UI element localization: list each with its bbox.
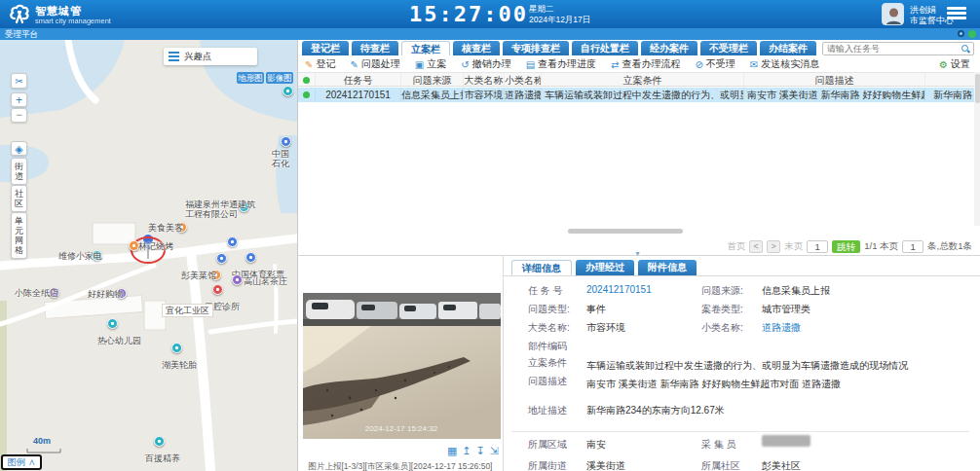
poi-marker-blue-1-marker[interactable] — [216, 253, 227, 264]
first-page-button[interactable]: 首页 — [727, 240, 745, 253]
settings-button[interactable]: ⚙设置 — [939, 57, 970, 71]
tab-case-filing[interactable]: 立案栏 — [401, 41, 450, 55]
tab-handled-cases[interactable]: 经办案件 — [641, 41, 697, 55]
case-type-label: 案卷类型: — [701, 304, 743, 314]
status-dot-icon[interactable] — [968, 30, 976, 38]
fullscreen-icon[interactable]: ⇲ — [490, 445, 499, 457]
reject-button[interactable]: ⊘不受理 — [695, 57, 735, 71]
zoom-out-button[interactable]: − — [11, 108, 27, 123]
poi-marker-blue-2-marker[interactable] — [227, 236, 238, 247]
view-flow-button[interactable]: ⇄查看办理流程 — [611, 57, 680, 71]
task-search-input[interactable] — [823, 44, 961, 54]
tab-self-disposal[interactable]: 自行处置栏 — [572, 41, 638, 55]
poi-sports-lottery-marker[interactable] — [245, 252, 256, 263]
row-condition: 车辆运输或装卸过程中发生遗撒的行为、或明显为车... — [542, 88, 744, 102]
poi-sinopec-marker[interactable] — [281, 136, 291, 147]
undo-icon: ↺ — [461, 59, 469, 70]
image-caption: 图片上报[1-3/3][市区采集员][2024-12-17 15:26:50] — [298, 461, 503, 471]
tab-verify[interactable]: 核查栏 — [453, 41, 500, 55]
minor-class-value[interactable]: 道路遗撒 — [762, 322, 801, 333]
col-major[interactable]: 大类名称 — [464, 73, 505, 86]
map-panel[interactable]: 中国石化福建泉州华通建筑 工程有限公司美食美客林记烧烤维修小家电中国体育彩票彭美… — [0, 40, 297, 471]
map-search-box[interactable]: 兴趣点 — [164, 48, 257, 65]
upload-icon[interactable]: ↥ — [462, 445, 471, 457]
jump-button[interactable]: 跳转 — [832, 240, 860, 253]
layer-unit-grid-button[interactable]: 单元网格 — [11, 212, 27, 259]
problem-handle-button[interactable]: ✎问题处理 — [350, 57, 399, 71]
layer-street-button[interactable]: 街道 — [11, 158, 27, 185]
top-header: 智慧城管 smart city management 15:27:00 星期二 … — [0, 0, 980, 28]
poi-xiaochen-paper-label: 小陈全纸店 — [15, 288, 58, 298]
row-task-no: 202412170151 — [316, 88, 401, 102]
register-button[interactable]: ✎登记 — [305, 57, 335, 71]
page-size-input[interactable] — [902, 240, 923, 253]
poi-dental-clinic-marker[interactable] — [212, 284, 223, 295]
tab-closed-cases[interactable]: 办结案件 — [760, 41, 816, 55]
task-no-value[interactable]: 202412170151 — [586, 284, 652, 295]
poi-menu-icon[interactable] — [169, 50, 179, 63]
layer-community-button[interactable]: 社区 — [11, 185, 27, 212]
poi-gaoshan-teahouse-marker[interactable] — [232, 274, 243, 285]
cancel-handle-button[interactable]: ↺撤销办理 — [461, 57, 510, 71]
row-road: 新华南路 — [925, 88, 980, 102]
search-icon[interactable] — [961, 45, 969, 53]
poi-rexin-kindergarten-label: 热心幼儿园 — [97, 336, 141, 345]
view-progress-button[interactable]: ▤查看办理进度 — [526, 57, 596, 71]
target-icon[interactable] — [958, 30, 964, 37]
status-column-header — [298, 73, 316, 86]
task-no-label: 任 务 号 — [528, 285, 563, 296]
horizontal-scrollbar[interactable] — [568, 229, 683, 234]
col-task-no[interactable]: 任务号 — [316, 73, 401, 86]
poi-rexin-kindergarten-marker[interactable] — [107, 318, 118, 329]
file-case-button[interactable]: ▣立案 — [415, 57, 446, 71]
terrain-map-button[interactable]: 地形图 — [237, 72, 264, 84]
prev-page-button[interactable]: < — [749, 240, 763, 253]
date-label: 2024年12月17日 — [529, 15, 590, 26]
imagery-map-button[interactable]: 影像图 — [266, 72, 293, 84]
report-photo[interactable]: 2024-12-17 15:24:32 — [303, 293, 501, 439]
table-row[interactable]: 202412170151 信息采集员上报 市容环境 道路遗撒 车辆运输或装卸过程… — [298, 88, 980, 102]
case-panel: 登记栏 待查栏 立案栏 核查栏 专项排查栏 自行处置栏 经办案件 不受理栏 办结… — [297, 40, 980, 471]
send-verify-message-button[interactable]: ✉发送核实消息 — [750, 57, 819, 71]
tab-handling-process[interactable]: 办理经过 — [576, 260, 634, 275]
tab-special-inspection[interactable]: 专项排查栏 — [503, 41, 569, 55]
community-value: 彭美社区 — [762, 460, 801, 471]
measure-tool-button[interactable]: ✂ — [11, 73, 27, 89]
poi-marker-teal-marker[interactable] — [283, 86, 293, 96]
sub-header: 受理平台 — [0, 28, 980, 40]
legend-toggle[interactable]: 图例 — [1, 454, 42, 470]
case-toolbar: ✎登记 ✎问题处理 ▣立案 ↺撤销办理 ▤查看办理进度 ⇄查看办理流程 ⊘不受理… — [305, 57, 819, 71]
source-label: 问题来源: — [701, 285, 743, 296]
next-page-button[interactable]: > — [767, 240, 780, 253]
description-value: 南安市 溪美街道 新华南路 好好购物生鲜超市对面 道路遗撒 — [586, 379, 841, 389]
tab-rejected[interactable]: 不受理栏 — [700, 41, 757, 55]
col-road[interactable] — [925, 73, 980, 86]
tab-register[interactable]: 登记栏 — [302, 41, 349, 55]
user-avatar[interactable] — [882, 3, 904, 25]
status-dot-icon — [303, 91, 310, 98]
image-toolbar: ▦ ↥ ↧ ⇲ — [447, 445, 499, 457]
zoom-in-button[interactable]: + — [11, 92, 27, 107]
collector-label: 采 集 员 — [701, 439, 736, 450]
page-number-input[interactable] — [807, 240, 828, 253]
tab-pending-check[interactable]: 待查栏 — [352, 41, 398, 55]
settings-area: ⚙设置 — [939, 57, 970, 71]
digital-clock: 15:27:00 — [409, 2, 528, 26]
poi-humei-tires-marker[interactable] — [171, 343, 182, 353]
vertical-scrollbar[interactable] — [974, 72, 980, 226]
last-page-button[interactable]: 末页 — [784, 240, 803, 253]
poi-baiyuan-marker[interactable] — [154, 436, 165, 447]
col-minor[interactable]: 小类名称 — [505, 73, 542, 86]
col-source[interactable]: 问题来源 — [401, 73, 464, 86]
row-major: 市容环境 — [464, 88, 505, 102]
layers-button[interactable]: ◈ — [11, 141, 27, 156]
col-description[interactable]: 问题描述 — [744, 73, 925, 86]
image-thumbnail-icon[interactable]: ▦ — [447, 445, 457, 457]
menu-icon[interactable] — [947, 7, 966, 20]
col-condition[interactable]: 立案条件 — [542, 73, 744, 86]
tab-attachments[interactable]: 附件信息 — [638, 260, 697, 275]
row-source: 信息采集员上报 — [401, 88, 464, 102]
download-icon[interactable]: ↧ — [476, 445, 485, 457]
tab-detail-info[interactable]: 详细信息 — [511, 260, 572, 275]
photo-timestamp: 2024-12-17 15:24:32 — [365, 424, 438, 433]
